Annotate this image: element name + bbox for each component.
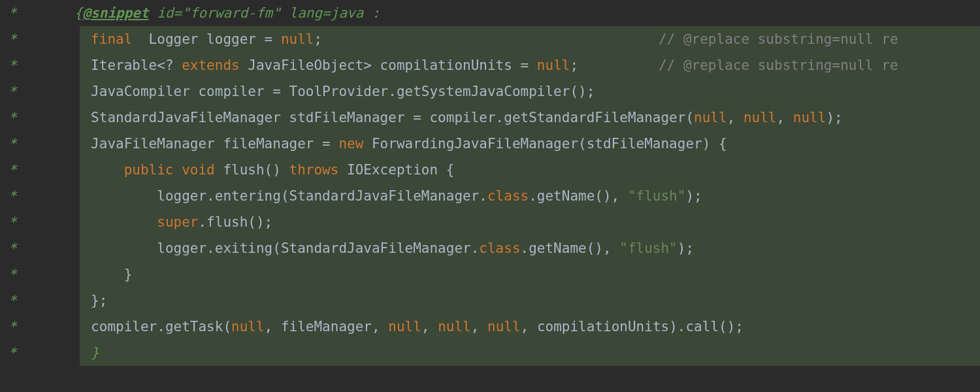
indent	[25, 162, 124, 178]
token-ident: logger.exiting(StandardJavaFileManager.	[157, 240, 479, 256]
indent	[25, 136, 91, 152]
code-line[interactable]: * StandardJavaFileManager stdFileManager…	[0, 105, 980, 131]
gutter-star: *	[0, 57, 25, 73]
code-line[interactable]: * compiler.getTask(null, fileManager, nu…	[0, 314, 980, 340]
token-kw: extends	[182, 57, 240, 73]
token-kw: new	[338, 136, 363, 152]
token-ident: Iterable<?	[91, 57, 182, 73]
token-kw: null	[231, 319, 265, 335]
token-punct: );	[678, 240, 694, 256]
indent	[25, 214, 157, 230]
token-ident: flush()	[215, 162, 289, 178]
token-ident: JavaFileManager fileManager =	[91, 136, 338, 152]
token-str: "flush"	[619, 240, 678, 256]
gutter-star: *	[0, 214, 25, 230]
token-ident: .flush();	[198, 214, 272, 230]
indent	[25, 57, 91, 73]
token-kw: super	[157, 214, 198, 230]
gutter-star: *	[0, 162, 25, 178]
token-punct: ;	[570, 57, 578, 73]
indent	[25, 293, 91, 308]
trailing-comment: // @replace substring=null re	[659, 26, 898, 52]
token-str: "flush"	[628, 188, 686, 204]
token-kw: null	[743, 110, 777, 125]
token-ident: ForwardingJavaFileManager(stdFileManager…	[363, 136, 727, 152]
code-line[interactable]: * super.flush();	[0, 209, 980, 235]
gutter-star: *	[0, 293, 25, 308]
token-kw: null	[388, 319, 421, 335]
token-kw: throws	[289, 162, 339, 178]
token-punct: ,	[727, 110, 743, 125]
token-kw: void	[182, 162, 215, 178]
token-ident: , compilationUnits).call();	[521, 319, 743, 335]
token-kw: null	[281, 31, 314, 47]
token-punct: );	[826, 110, 842, 125]
token-doc: }	[91, 345, 99, 361]
token-kw: public	[124, 162, 174, 178]
code-line[interactable]: * {@snippet id="forward-fm" lang=java :	[0, 0, 980, 26]
gutter-star: *	[0, 136, 25, 152]
token-kw: class	[487, 188, 529, 204]
code-line[interactable]: * final Logger logger = null;// @replace…	[0, 26, 980, 52]
token-ident: StandardJavaFileManager stdFileManager =…	[91, 110, 694, 125]
gutter-star: *	[0, 240, 25, 256]
token-kw: null	[694, 110, 727, 125]
code-line[interactable]: * logger.exiting(StandardJavaFileManager…	[0, 235, 980, 261]
gutter-star: *	[0, 84, 25, 99]
token-ident: JavaCompiler compiler = ToolProvider.get…	[91, 84, 595, 99]
token-kw: class	[479, 240, 520, 256]
code-editor[interactable]: * {@snippet id="forward-fm" lang=java : …	[0, 0, 980, 366]
code-line[interactable]: * Iterable<? extends JavaFileObject> com…	[0, 52, 980, 78]
indent	[25, 84, 91, 99]
token-ident: Logger logger =	[132, 31, 281, 47]
indent	[25, 267, 124, 282]
token-ident: IOException {	[338, 162, 454, 178]
code-line[interactable]: * };	[0, 287, 980, 314]
token-ident: };	[91, 293, 107, 308]
code-line[interactable]: * JavaFileManager fileManager = new Forw…	[0, 131, 980, 157]
token-doc: {	[74, 5, 83, 21]
gutter-star: *	[0, 188, 25, 204]
indent	[25, 188, 157, 204]
whitespace-dots	[366, 0, 653, 26]
token-ident	[174, 162, 182, 178]
token-ident: JavaFileObject> compilationUnits =	[240, 57, 537, 73]
token-punct: ,	[471, 319, 487, 335]
token-kw: final	[91, 31, 132, 47]
token-ident: compiler.getTask(	[91, 319, 231, 335]
token-punct: ,	[421, 319, 438, 335]
token-punct: );	[685, 188, 702, 204]
indent	[25, 240, 157, 256]
token-punct: ;	[314, 31, 322, 47]
token-ident: , fileManager,	[265, 319, 389, 335]
token-ident: }	[124, 267, 133, 282]
token-punct: ,	[777, 110, 793, 125]
gutter-star: *	[0, 31, 25, 47]
token-tag: @snippet	[82, 5, 148, 21]
token-ident: .getName(),	[521, 240, 620, 256]
token-ident: logger.entering(StandardJavaFileManager.	[157, 188, 487, 204]
token-kw: null	[537, 57, 570, 73]
gutter-star: *	[0, 319, 25, 335]
token-kw: null	[793, 110, 826, 125]
gutter-star: *	[0, 5, 25, 21]
indent	[25, 319, 91, 335]
token-kw: null	[438, 319, 471, 335]
trailing-comment: // @replace substring=null re	[659, 52, 898, 78]
code-line[interactable]: * }	[0, 261, 980, 287]
indent	[25, 110, 91, 125]
gutter-star: *	[0, 345, 25, 361]
gutter-star: *	[0, 110, 25, 125]
code-line[interactable]: * JavaCompiler compiler = ToolProvider.g…	[0, 78, 980, 105]
indent	[25, 5, 74, 21]
code-line[interactable]: * }	[0, 340, 980, 366]
gutter-star: *	[0, 267, 25, 282]
code-line[interactable]: * logger.entering(StandardJavaFileManage…	[0, 183, 980, 209]
token-doc: id="forward-fm" lang=java :	[149, 5, 380, 21]
token-ident: .getName(),	[529, 188, 628, 204]
indent	[25, 345, 91, 361]
indent	[25, 31, 91, 47]
token-kw: null	[487, 319, 521, 335]
code-line[interactable]: * public void flush() throws IOException…	[0, 157, 980, 183]
